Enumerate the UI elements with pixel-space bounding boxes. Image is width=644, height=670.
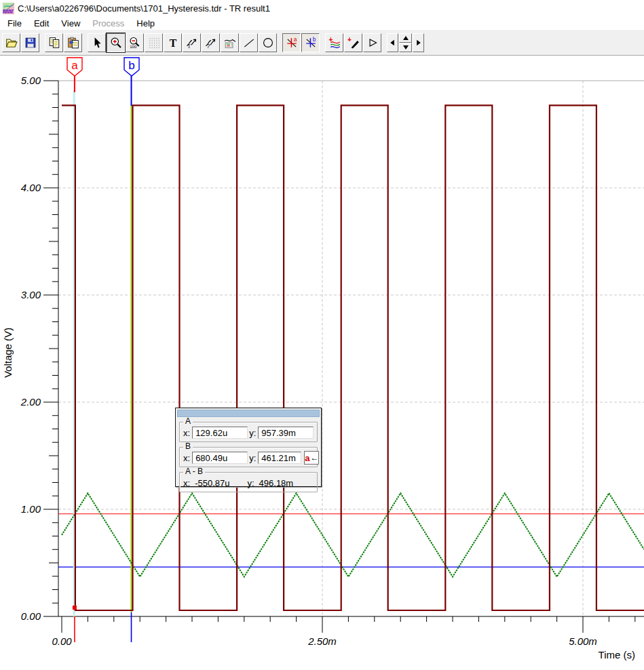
a-x-label: x: <box>183 428 190 438</box>
y-axis-title: Voltage (V) <box>2 328 14 378</box>
svg-text:a: a <box>293 37 297 43</box>
a-y-label: y: <box>249 428 256 438</box>
copy-button[interactable] <box>45 33 63 52</box>
b-x-label: x: <box>183 453 190 463</box>
svg-text:?: ? <box>206 43 210 49</box>
ellipse-tool-button[interactable] <box>259 33 277 52</box>
spin-down-button[interactable] <box>399 43 412 52</box>
svg-text:b: b <box>312 37 316 43</box>
b-y-label: y: <box>249 453 256 463</box>
curve-label-button[interactable]: T <box>183 33 201 52</box>
curve-query-button[interactable]: ? <box>202 33 220 52</box>
y-tick-label: 2.00 <box>20 396 41 408</box>
svg-text:T: T <box>169 37 176 48</box>
cursor-b-flag-label: b <box>128 59 134 72</box>
diff-x-label: x: <box>183 478 190 488</box>
menu-file[interactable]: File <box>1 17 28 30</box>
cursor-a-x-input[interactable] <box>192 427 248 439</box>
cursor-b-y-input[interactable] <box>258 452 301 464</box>
diff-y-label: y: <box>247 478 254 488</box>
cursor-b-x-input[interactable] <box>192 452 248 464</box>
curve-picker-button[interactable]: + <box>344 33 362 52</box>
toolbar: 100TT?ab++ <box>0 30 644 56</box>
cursor-b-button[interactable]: b <box>301 33 320 52</box>
left-arrow-icon: ← <box>310 453 318 462</box>
x-tick-label: 0.00 <box>52 635 72 647</box>
cursor-a-group: A x: y: <box>179 422 318 442</box>
y-tick-label: 4.00 <box>21 182 41 193</box>
zoom-in-button[interactable] <box>107 33 125 52</box>
cursor-values-panel[interactable]: A x: y: B x: y: a ← A - B x: -550.87u y:… <box>175 408 322 487</box>
jump-to-cursor-a-button[interactable]: a ← <box>304 451 319 465</box>
save-button[interactable] <box>21 33 39 52</box>
menu-edit[interactable]: Edit <box>28 17 55 30</box>
spin-up-button[interactable] <box>399 33 412 43</box>
waveform-chart[interactable]: 0.001.002.003.004.005.000.002.50m5.00mTi… <box>0 56 644 670</box>
cursor-a-y-input[interactable] <box>258 427 314 439</box>
menu-help[interactable]: Help <box>130 17 161 30</box>
y-tick-label: 1.00 <box>21 503 41 515</box>
cursor-diff-group-label: A - B <box>183 467 205 475</box>
line-tool-button[interactable] <box>240 33 258 52</box>
cursor-b-group: B x: y: a ← <box>179 447 318 467</box>
output-square-curve[interactable] <box>62 105 644 610</box>
x-axis-title: Time (s) <box>599 649 635 661</box>
window-titlebar[interactable]: C:\Users\a0226796\Documents\1701_Hystere… <box>0 0 644 16</box>
step-right-button[interactable] <box>413 33 424 52</box>
text-tool-button[interactable]: T <box>164 33 182 52</box>
cursor-a-marker[interactable] <box>73 606 77 610</box>
cursor-b-group-label: B <box>183 442 193 450</box>
grid-toggle-button <box>145 33 163 52</box>
legend-button[interactable] <box>221 33 239 52</box>
cursor-a-group-label: A <box>183 417 193 425</box>
svg-text:100: 100 <box>130 43 137 48</box>
play-button[interactable] <box>363 33 381 52</box>
paste-button[interactable] <box>64 33 82 52</box>
cursor-panel-titlebar[interactable] <box>177 410 320 417</box>
app-icon <box>3 3 14 14</box>
y-tick-label: 5.00 <box>21 75 41 86</box>
y-tick-label: 0.00 <box>21 610 41 622</box>
input-triangle-curve[interactable] <box>62 493 644 576</box>
select-arrow-button[interactable] <box>88 33 106 52</box>
svg-text:+: + <box>347 37 352 43</box>
window-title: C:\Users\a0226796\Documents\1701_Hystere… <box>18 3 270 14</box>
zoom-100-button[interactable]: 100 <box>126 33 144 52</box>
diff-y-value: 496.18m <box>259 478 294 488</box>
x-tick-label: 2.50m <box>307 635 337 647</box>
x-tick-label: 5.00m <box>569 635 597 647</box>
menu-view[interactable]: View <box>55 17 86 30</box>
diff-x-value: -550.87u <box>195 478 229 488</box>
jump-a-glyph: a <box>305 453 309 463</box>
svg-text:T: T <box>187 43 191 49</box>
step-left-button[interactable] <box>387 33 398 52</box>
menu-bar: File Edit View Process Help <box>0 16 644 30</box>
y-tick-label: 3.00 <box>21 289 41 300</box>
cursor-a-button[interactable]: a <box>282 33 301 52</box>
cursor-diff-group: A - B x: -550.87u y: 496.18m <box>179 472 318 492</box>
open-file-button[interactable] <box>2 33 20 52</box>
cursor-step-spinner[interactable] <box>399 33 412 52</box>
cursor-a-flag-label: a <box>71 59 78 72</box>
menu-process: Process <box>86 17 130 30</box>
add-curves-button[interactable]: + <box>325 33 343 52</box>
